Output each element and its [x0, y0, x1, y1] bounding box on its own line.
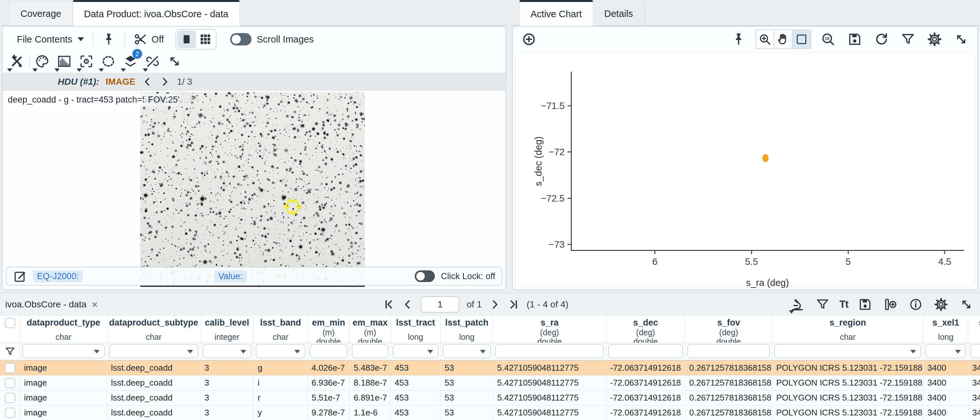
table-cell-s_fov[interactable]: 0.2671257818368158	[685, 375, 772, 390]
table-cell-s_ra[interactable]: 5.4271059048112775	[493, 406, 606, 420]
chart-settings-button[interactable]	[925, 30, 944, 49]
row-checkbox[interactable]	[5, 408, 15, 418]
table-cell-s_xe[interactable]: 3400	[968, 375, 980, 390]
table-cell-s_ra[interactable]: 5.4271059048112775	[493, 375, 606, 390]
hdu-next-button[interactable]	[159, 76, 170, 88]
column-header-dataproduct_subtype[interactable]: dataproduct_subtypechar	[107, 316, 200, 343]
table-row[interactable]: imagelsst.deep_coadd3g4.026e-75.483e-745…	[0, 361, 980, 375]
column-header-s_xe[interactable]: s_xelon	[968, 316, 980, 343]
unlink-wcs-button[interactable]	[143, 52, 162, 71]
column-header-s_dec[interactable]: s_dec(deg)double	[606, 316, 685, 343]
scatter-chart[interactable]: s_dec (deg) s_ra (deg) 65.554.5−71.5−72−…	[515, 52, 975, 287]
table-cell-s_fov[interactable]: 0.2671257818368158	[685, 390, 772, 405]
table-cell-calib_level[interactable]: 3	[200, 406, 254, 420]
analyze-button[interactable]	[789, 296, 806, 313]
table-cell-s_region[interactable]: POLYGON ICRS 5.123031 -72.159188 5.73	[772, 375, 924, 390]
table-cell-s_dec[interactable]: -72.063714912618	[606, 390, 685, 405]
filter-lsst_patch[interactable]	[442, 344, 491, 358]
table-cell-lsst_tract[interactable]: 453	[391, 375, 441, 390]
scroll-images-toggle[interactable]: Scroll Images	[230, 33, 314, 45]
chart-pin-button[interactable]	[729, 30, 748, 49]
zoom-original-button[interactable]: 1X	[818, 30, 838, 49]
table-row[interactable]: imagelsst.deep_coadd3i6.936e-78.188e-745…	[0, 375, 980, 390]
column-header-s_ra[interactable]: s_ra(deg)double	[493, 316, 606, 343]
recenter-button[interactable]	[76, 52, 96, 71]
table-cell-s_xe[interactable]: 3400	[968, 390, 980, 405]
popout-edit-icon[interactable]	[13, 269, 27, 283]
table-cell-em_min[interactable]: 6.936e-7	[308, 375, 350, 390]
table-cell-lsst_patch[interactable]: 53	[441, 406, 493, 420]
table-cell-lsst_patch[interactable]: 53	[441, 375, 493, 390]
table-tab[interactable]: ivoa.ObsCore - data ×	[5, 299, 98, 310]
table-cell-s_xe[interactable]: 3400	[968, 361, 980, 375]
chart-plot[interactable]: 65.554.5−71.5−72−72.5−73	[571, 72, 964, 251]
filter-s_dec[interactable]	[608, 344, 683, 358]
table-cell-dataproduct_type[interactable]: image	[20, 375, 107, 390]
crop-toggle-button[interactable]: Off	[134, 32, 164, 46]
tab-active-chart[interactable]: Active Chart	[519, 0, 593, 26]
filter-em_max[interactable]	[352, 344, 388, 358]
column-header-dataproduct_type[interactable]: dataproduct_typechar	[20, 316, 107, 343]
table-cell-s_xel1[interactable]: 3400	[924, 406, 968, 420]
table-cell-s_xel1[interactable]: 3400	[924, 375, 968, 390]
table-cell-s_dec[interactable]: -72.063714912618	[606, 361, 685, 375]
select-all-checkbox[interactable]	[5, 318, 15, 328]
column-header-lsst_tract[interactable]: lsst_tractlong	[391, 316, 441, 343]
table-cell-s_xe[interactable]: 3400	[968, 406, 980, 420]
filter-s_ra[interactable]	[495, 344, 604, 358]
text-view-button[interactable]: Tt	[840, 299, 848, 310]
next-page-button[interactable]	[489, 299, 501, 310]
column-header-s_xel1[interactable]: s_xel1long	[924, 316, 968, 343]
row-checkbox[interactable]	[5, 393, 15, 403]
file-contents-dropdown[interactable]: File Contents	[17, 34, 84, 45]
layers-button[interactable]: 2	[121, 52, 140, 71]
expand-image-button[interactable]	[165, 52, 184, 71]
table-cell-dataproduct_subtype[interactable]: lsst.deep_coadd	[107, 361, 200, 375]
column-header-lsst_band[interactable]: lsst_bandchar	[254, 316, 308, 343]
close-icon[interactable]: ×	[92, 299, 98, 310]
tab-coverage[interactable]: Coverage	[9, 2, 73, 25]
table-cell-dataproduct_type[interactable]: image	[20, 406, 107, 420]
pan-mode-button[interactable]	[774, 30, 792, 48]
table-cell-s_dec[interactable]: -72.063714912618	[606, 406, 685, 420]
filter-em_min[interactable]	[310, 344, 348, 358]
table-filter-button[interactable]	[814, 296, 831, 313]
table-cell-dataproduct_subtype[interactable]: lsst.deep_coadd	[107, 390, 200, 405]
table-cell-lsst_patch[interactable]: 53	[441, 361, 493, 375]
table-cell-s_fov[interactable]: 0.2671257818368158	[685, 406, 772, 420]
tab-data-product[interactable]: Data Product: ivoa.ObsCore - data	[73, 0, 240, 26]
filter-lsst_band[interactable]	[256, 344, 305, 358]
fits-image-viewer[interactable]: deep_coadd - g - tract=453 patch=53 (#t……	[3, 91, 506, 290]
table-cell-dataproduct_subtype[interactable]: lsst.deep_coadd	[107, 375, 200, 390]
table-cell-lsst_band[interactable]: r	[254, 390, 308, 405]
row-checkbox[interactable]	[5, 363, 15, 373]
column-header-em_min[interactable]: em_min(m)double	[308, 316, 350, 343]
column-header-s_region[interactable]: s_regionchar	[772, 316, 924, 343]
data-point[interactable]	[763, 154, 769, 162]
table-cell-lsst_band[interactable]: y	[254, 406, 308, 420]
last-page-button[interactable]	[508, 299, 520, 310]
table-cell-lsst_patch[interactable]: 53	[441, 390, 493, 405]
table-cell-dataproduct_type[interactable]: image	[20, 361, 107, 375]
table-cell-lsst_tract[interactable]: 453	[391, 406, 441, 420]
filter-calib_level[interactable]	[202, 344, 251, 358]
chart-filter-button[interactable]	[898, 30, 918, 49]
filter-lsst_tract[interactable]	[393, 344, 438, 358]
add-chart-button[interactable]	[519, 30, 539, 49]
tab-details[interactable]: Details	[593, 2, 645, 25]
table-cell-lsst_tract[interactable]: 453	[391, 390, 441, 405]
table-cell-calib_level[interactable]: 3	[200, 375, 254, 390]
table-cell-em_min[interactable]: 4.026e-7	[308, 361, 350, 375]
table-cell-s_xel1[interactable]: 3400	[924, 361, 968, 375]
prev-page-button[interactable]	[402, 299, 414, 310]
filter-s_xe[interactable]	[970, 344, 980, 358]
pin-button[interactable]	[102, 32, 116, 46]
table-row[interactable]: imagelsst.deep_coadd3y9.278e-71.1e-64535…	[0, 406, 980, 420]
click-lock-toggle[interactable]	[415, 270, 435, 282]
table-cell-lsst_tract[interactable]: 453	[391, 361, 441, 375]
table-save-button[interactable]	[857, 296, 873, 313]
hdu-prev-button[interactable]	[142, 76, 153, 88]
table-cell-calib_level[interactable]: 3	[200, 390, 254, 405]
stretch-histogram-button[interactable]	[54, 52, 74, 71]
table-cell-em_max[interactable]: 1.1e-6	[350, 406, 391, 420]
